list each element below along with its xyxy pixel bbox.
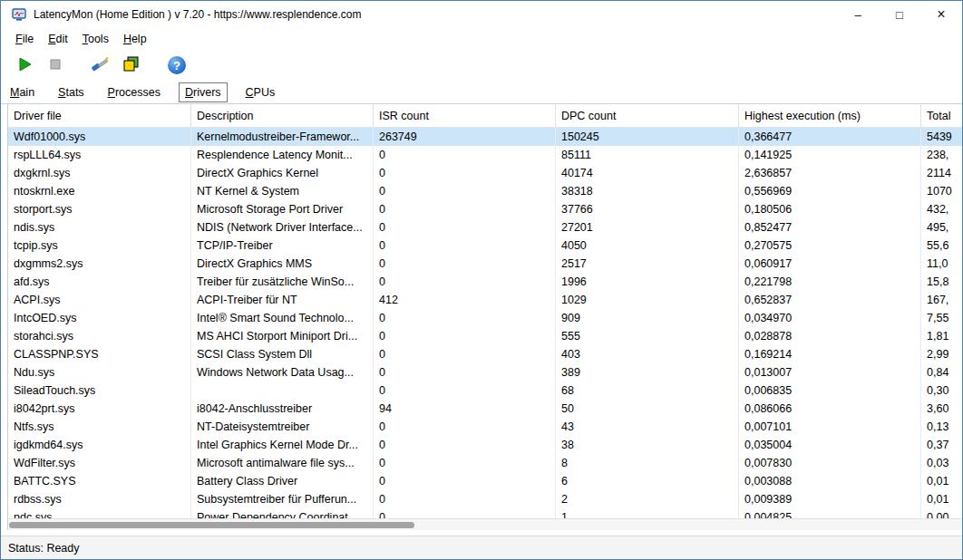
cell-highest-execution: 0,270575 bbox=[739, 237, 921, 255]
table-row[interactable]: ntoskrnl.exe NT Kernel & System 0 38318 … bbox=[8, 182, 962, 200]
cell-highest-execution: 0,003088 bbox=[739, 472, 921, 490]
driver-tools-button[interactable] bbox=[88, 53, 113, 78]
cell-highest-execution: 0,006835 bbox=[739, 381, 921, 400]
cell-total: 1070 bbox=[921, 182, 962, 200]
table-row[interactable]: Ntfs.sys NT-Dateisystemtreiber 0 43 0,00… bbox=[8, 418, 962, 436]
stop-monitor-button[interactable] bbox=[43, 53, 68, 78]
column-header-driver-file[interactable]: Driver file bbox=[8, 104, 191, 127]
table-row[interactable]: i8042prt.sys i8042-Anschlusstreiber 94 5… bbox=[8, 400, 962, 418]
cell-dpc-count: 2517 bbox=[556, 255, 739, 273]
tab-processes[interactable]: Processes bbox=[102, 83, 166, 101]
column-header-highest-execution[interactable]: Highest execution (ms) bbox=[739, 104, 921, 127]
status-text: Status: Ready bbox=[8, 542, 80, 555]
table-row[interactable]: WdFilter.sys Microsoft antimalware file … bbox=[8, 454, 962, 472]
cell-isr-count: 0 bbox=[374, 345, 556, 363]
table-row[interactable]: pdc.sys Power Dependency Coordinat... 0 … bbox=[8, 508, 962, 518]
cell-description: Windows Network Data Usag... bbox=[191, 363, 374, 381]
cell-highest-execution: 0,013007 bbox=[739, 363, 921, 381]
table-row[interactable]: rdbss.sys Subsystemtreiber für Pufferun.… bbox=[8, 490, 962, 508]
cell-total: 495, bbox=[921, 218, 962, 237]
cell-dpc-count: 555 bbox=[556, 327, 739, 345]
table-row[interactable]: CLASSPNP.SYS SCSI Class System Dll 0 403… bbox=[8, 345, 962, 363]
stop-icon bbox=[48, 57, 63, 74]
column-header-description[interactable]: Description bbox=[191, 104, 374, 127]
copy-report-button[interactable] bbox=[119, 53, 144, 78]
cell-dpc-count: 38318 bbox=[556, 182, 739, 200]
table-row[interactable]: IntcOED.sys Intel® Smart Sound Technolo.… bbox=[8, 309, 962, 327]
cell-driver-file: pdc.sys bbox=[8, 508, 191, 518]
horizontal-scrollbar[interactable] bbox=[8, 518, 962, 530]
menu-file[interactable]: File bbox=[8, 31, 41, 47]
table-row[interactable]: tcpip.sys TCP/IP-Treiber 0 4050 0,270575… bbox=[8, 237, 962, 255]
cell-total: 238, bbox=[921, 146, 962, 164]
cell-driver-file: rdbss.sys bbox=[8, 490, 191, 508]
cell-isr-count: 0 bbox=[374, 327, 556, 345]
cell-description: DirectX Graphics MMS bbox=[191, 255, 374, 273]
tab-main[interactable]: Main bbox=[5, 83, 40, 101]
cell-description: DirectX Graphics Kernel bbox=[191, 164, 374, 182]
play-icon bbox=[15, 55, 34, 76]
cell-driver-file: afd.sys bbox=[8, 273, 191, 291]
table-row[interactable]: Wdf01000.sys Kernelmodustreiber-Framewor… bbox=[8, 128, 962, 146]
minimize-button[interactable]: – bbox=[837, 1, 879, 28]
cell-dpc-count: 43 bbox=[556, 418, 739, 436]
tab-drivers[interactable]: Drivers bbox=[179, 82, 228, 102]
cell-description: Power Dependency Coordinat... bbox=[191, 508, 374, 518]
menu-tools[interactable]: Tools bbox=[75, 31, 116, 47]
table-row[interactable]: rspLLL64.sys Resplendence Latency Monit.… bbox=[8, 146, 962, 164]
cell-highest-execution: 0,007830 bbox=[739, 454, 921, 472]
column-header-isr-count[interactable]: ISR count bbox=[374, 104, 556, 127]
cell-highest-execution: 0,086066 bbox=[739, 400, 921, 418]
table-row[interactable]: dxgkrnl.sys DirectX Graphics Kernel 0 40… bbox=[8, 164, 962, 182]
cell-description: Intel® Smart Sound Technolo... bbox=[191, 309, 374, 327]
table-row[interactable]: Ndu.sys Windows Network Data Usag... 0 3… bbox=[8, 363, 962, 381]
cell-highest-execution: 0,852477 bbox=[739, 218, 921, 237]
cell-driver-file: BATTC.SYS bbox=[8, 472, 191, 490]
table-row[interactable]: igdkmd64.sys Intel Graphics Kernel Mode … bbox=[8, 436, 962, 454]
cell-isr-count: 263749 bbox=[374, 128, 556, 146]
tab-cpus[interactable]: CPUs bbox=[240, 83, 281, 101]
cell-total: 432, bbox=[921, 200, 962, 218]
start-monitor-button[interactable] bbox=[12, 53, 37, 78]
column-header-dpc-count[interactable]: DPC count bbox=[556, 104, 739, 127]
table-row[interactable]: ndis.sys NDIS (Network Driver Interface.… bbox=[8, 218, 962, 237]
cell-total: 0,00 bbox=[921, 508, 962, 518]
cell-driver-file: dxgmms2.sys bbox=[8, 255, 191, 273]
cell-isr-count: 0 bbox=[374, 237, 556, 255]
cell-isr-count: 0 bbox=[374, 454, 556, 472]
cell-description: Treiber für zusätzliche WinSo... bbox=[191, 273, 374, 291]
status-bar: Status: Ready bbox=[1, 536, 962, 559]
tab-stats[interactable]: Stats bbox=[53, 83, 90, 101]
cell-description: Resplendence Latency Monit... bbox=[191, 146, 374, 164]
cell-highest-execution: 0,007101 bbox=[739, 418, 921, 436]
menu-help[interactable]: Help bbox=[116, 31, 154, 47]
cell-highest-execution: 0,009389 bbox=[739, 490, 921, 508]
cell-isr-count: 0 bbox=[374, 182, 556, 200]
cell-dpc-count: 68 bbox=[556, 381, 739, 400]
cell-dpc-count: 2 bbox=[556, 490, 739, 508]
maximize-button[interactable]: □ bbox=[879, 1, 920, 28]
cell-driver-file: tcpip.sys bbox=[8, 237, 191, 255]
cell-description: i8042-Anschlusstreiber bbox=[191, 400, 374, 418]
table-row[interactable]: storport.sys Microsoft Storage Port Driv… bbox=[8, 200, 962, 218]
cell-isr-count: 0 bbox=[374, 472, 556, 490]
cell-dpc-count: 6 bbox=[556, 472, 739, 490]
cell-driver-file: storahci.sys bbox=[8, 327, 191, 345]
cell-description: Battery Class Driver bbox=[191, 472, 374, 490]
column-header-total[interactable]: Total bbox=[921, 104, 962, 127]
table-row[interactable]: SileadTouch.sys 0 68 0,006835 0,30 bbox=[8, 381, 962, 400]
cell-highest-execution: 2,636857 bbox=[739, 164, 921, 182]
toolbar: ? bbox=[1, 50, 962, 81]
scrollbar-thumb[interactable] bbox=[9, 522, 414, 528]
table-row[interactable]: storahci.sys MS AHCI Storport Miniport D… bbox=[8, 327, 962, 345]
menu-edit[interactable]: Edit bbox=[41, 31, 75, 47]
table-row[interactable]: afd.sys Treiber für zusätzliche WinSo...… bbox=[8, 273, 962, 291]
table-row[interactable]: ACPI.sys ACPI-Treiber für NT 412 1029 0,… bbox=[8, 291, 962, 309]
table-row[interactable]: dxgmms2.sys DirectX Graphics MMS 0 2517 … bbox=[8, 255, 962, 273]
cell-driver-file: ndis.sys bbox=[8, 218, 191, 237]
table-row[interactable]: BATTC.SYS Battery Class Driver 0 6 0,003… bbox=[8, 472, 962, 490]
help-button[interactable]: ? bbox=[164, 53, 190, 78]
close-button[interactable]: × bbox=[920, 1, 962, 28]
cell-total: 2,99 bbox=[921, 345, 962, 363]
cell-description: MS AHCI Storport Miniport Dri... bbox=[191, 327, 374, 345]
